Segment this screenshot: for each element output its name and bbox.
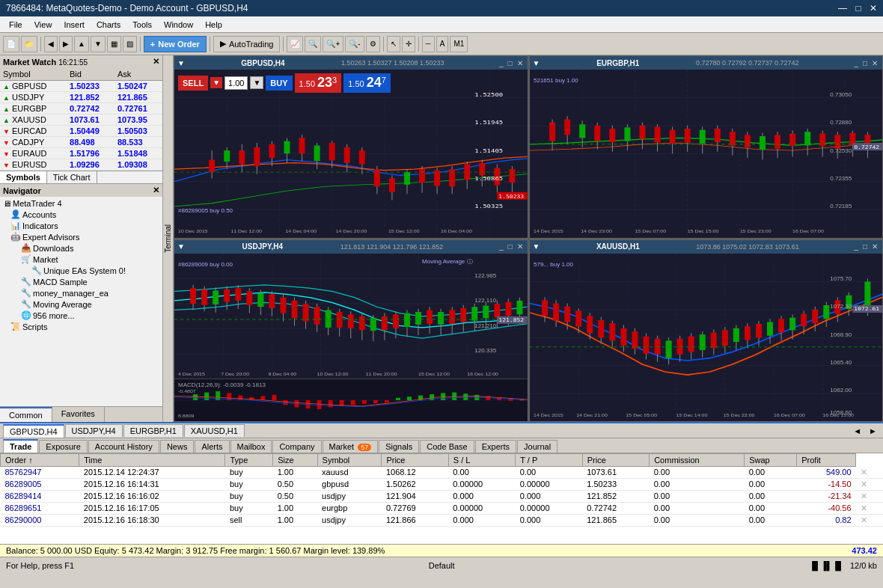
terminal-tab-company[interactable]: Company	[272, 440, 321, 453]
market-watch-row[interactable]: ▼ EURCAD 1.50449 1.50503	[0, 126, 162, 137]
chart-xauusd-min[interactable]: _	[852, 242, 860, 251]
terminal-tab-signals[interactable]: Signals	[379, 440, 419, 453]
minimize-btn[interactable]: —	[838, 3, 847, 13]
toolbar-line[interactable]: ─	[422, 36, 435, 52]
terminal-tab-alerts[interactable]: Alerts	[195, 440, 229, 453]
menu-help[interactable]: Help	[199, 19, 228, 31]
toolbar-open[interactable]: 📁	[21, 36, 37, 52]
toolbar-zoom-in[interactable]: 🔍+	[323, 36, 343, 52]
chart-usdjpy-min[interactable]: _	[498, 242, 505, 251]
trade-close[interactable]: ✕	[856, 490, 883, 502]
nav-item-downloads[interactable]: 📥 Downloads	[0, 242, 162, 254]
chart-tabs-arrow-left[interactable]: ◄	[850, 425, 864, 437]
navigator-content[interactable]: 🖥 MetaTrader 4 👤 Accounts 📊 Indicators 🤖…	[0, 197, 162, 406]
terminal-tab-journal[interactable]: Journal	[517, 440, 557, 453]
nav-item-956-more[interactable]: 🌐 956 more...	[0, 310, 162, 321]
terminal-tab-exposure[interactable]: Exposure	[39, 440, 87, 453]
th-commission[interactable]: Commission	[650, 454, 745, 467]
close-btn[interactable]: ✕	[870, 3, 877, 13]
toolbar-search[interactable]: 🔍	[305, 36, 321, 52]
chart-xauusd-body[interactable]: 1075.70 1072.30 1068.90 1065.40 1062.00 …	[530, 254, 883, 422]
chart-gbpusd-body[interactable]: 1.52500 1.51945 1.51405 1.50865 1.50325 …	[174, 70, 528, 238]
chart-eurgbp-min[interactable]: _	[852, 59, 860, 67]
menu-charts[interactable]: Charts	[91, 19, 126, 31]
nav-item-indicators[interactable]: 📊 Indicators	[0, 220, 162, 231]
lot-dropdown[interactable]: ▼	[250, 76, 263, 89]
market-watch-row[interactable]: ▼ EURUSD 1.09296 1.09308	[0, 159, 162, 171]
chart-eurgbp-body[interactable]: 0.73050 0.72880 0.72530 0.72355 0.72185 …	[530, 70, 883, 238]
chart-eurgbp-close[interactable]: ✕	[870, 59, 879, 67]
toolbar-period[interactable]: M1	[450, 36, 468, 52]
trade-close[interactable]: ✕	[856, 478, 883, 490]
toolbar-text[interactable]: A	[436, 36, 449, 52]
nav-tab-favorites[interactable]: Favorites	[52, 407, 105, 422]
chart-tab-xauusd[interactable]: XAUUSD,H1	[184, 424, 245, 437]
chart-tab-usdjpy[interactable]: USDJPY,H4	[65, 424, 123, 437]
nav-item-scripts[interactable]: 📜 Scripts	[0, 321, 162, 332]
nav-item-moving-average[interactable]: 🔧 Moving Average	[0, 298, 162, 310]
toolbar-cursor[interactable]: ↖	[387, 36, 400, 52]
sell-button[interactable]: SELL	[178, 76, 208, 91]
terminal-tab-market[interactable]: Market 57	[323, 440, 379, 453]
th-sl[interactable]: S / L	[448, 454, 515, 467]
market-watch-close[interactable]: ✕	[153, 57, 159, 67]
chart-tab-eurgbp[interactable]: EURGBP,H1	[123, 424, 183, 437]
chart-gbpusd-min[interactable]: _	[498, 59, 505, 67]
trade-close[interactable]: ✕	[856, 467, 883, 479]
toolbar-dn[interactable]: ▼	[91, 36, 106, 52]
nav-item-unique-ea[interactable]: 🔧 Unique EAs System 0!	[0, 265, 162, 276]
chart-usdjpy-body[interactable]: 122.985 122.110 121.210 120.335 121.852 …	[174, 254, 528, 422]
market-watch-row[interactable]: ▲ XAUUSD 1073.61 1073.95	[0, 114, 162, 126]
terminal-tab-mailbox[interactable]: Mailbox	[230, 440, 272, 453]
toolbar-new[interactable]: 📄	[3, 36, 19, 52]
toolbar-zoom-out[interactable]: 🔍-	[345, 36, 364, 52]
trade-close[interactable]: ✕	[856, 514, 883, 526]
chart-gbpusd-close[interactable]: ✕	[516, 59, 525, 67]
market-watch-row[interactable]: ▼ CADJPY 88.498 88.533	[0, 137, 162, 148]
market-watch-row[interactable]: ▲ USDJPY 121.852 121.865	[0, 92, 162, 103]
toolbar-candle[interactable]: ▨	[123, 36, 137, 52]
market-watch-row[interactable]: ▼ EURAUD 1.51796 1.51848	[0, 148, 162, 159]
terminal-tab-trade[interactable]: Trade	[3, 439, 38, 453]
th-swap[interactable]: Swap	[745, 454, 797, 467]
toolbar-crosshair[interactable]: ✛	[402, 36, 415, 52]
th-symbol[interactable]: Symbol	[317, 454, 382, 467]
market-watch-row[interactable]: ▲ GBPUSD 1.50233 1.50247	[0, 81, 162, 92]
nav-item-market[interactable]: 🛒 Market	[0, 254, 162, 265]
chart-xauusd-close[interactable]: ✕	[870, 242, 879, 251]
market-watch-row[interactable]: ▲ EURGBP 0.72742 0.72761	[0, 103, 162, 114]
nav-tab-common[interactable]: Common	[0, 407, 52, 422]
th-time[interactable]: Time	[79, 454, 225, 467]
chart-gbpusd-restore[interactable]: □	[506, 59, 513, 67]
maximize-btn[interactable]: □	[855, 3, 861, 13]
th-price[interactable]: Price	[382, 454, 448, 467]
chart-usdjpy-expand[interactable]: ▼	[177, 242, 185, 251]
nav-item-expert-advisors[interactable]: 🤖 Expert Advisors	[0, 231, 162, 242]
th-profit[interactable]: Profit	[797, 454, 856, 467]
toolbar-properties[interactable]: ⚙	[366, 36, 380, 52]
menu-tools[interactable]: Tools	[126, 19, 158, 31]
terminal-tab-account-history[interactable]: Account History	[88, 440, 159, 453]
th-tp[interactable]: T / P	[516, 454, 582, 467]
nav-item-macd[interactable]: 🔧 MACD Sample	[0, 276, 162, 287]
chart-eurgbp-restore[interactable]: □	[861, 59, 869, 67]
navigator-close[interactable]: ✕	[153, 186, 159, 195]
chart-gbpusd-expand[interactable]: ▼	[177, 59, 185, 67]
chart-xauusd-restore[interactable]: □	[861, 242, 869, 251]
menu-insert[interactable]: Insert	[58, 19, 91, 31]
th-order[interactable]: Order ↑	[1, 454, 79, 467]
chart-usdjpy-restore[interactable]: □	[506, 242, 513, 251]
menu-file[interactable]: File	[3, 19, 28, 31]
toolbar-bar[interactable]: ▦	[107, 36, 121, 52]
terminal-tab-code-base[interactable]: Code Base	[420, 440, 474, 453]
chart-eurgbp-expand[interactable]: ▼	[533, 59, 540, 67]
trade-close[interactable]: ✕	[856, 502, 883, 514]
nav-item-accounts[interactable]: 👤 Accounts	[0, 209, 162, 220]
chart-tabs-arrow-right[interactable]: ►	[866, 425, 880, 437]
toolbar-up[interactable]: ▲	[74, 36, 89, 52]
th-type[interactable]: Type	[225, 454, 273, 467]
toolbar-back[interactable]: ◀	[44, 36, 58, 52]
terminal-tab-experts[interactable]: Experts	[475, 440, 516, 453]
mw-tab-tick[interactable]: Tick Chart	[47, 171, 97, 183]
auto-trading-button[interactable]: ▶ AutoTrading	[213, 36, 281, 52]
